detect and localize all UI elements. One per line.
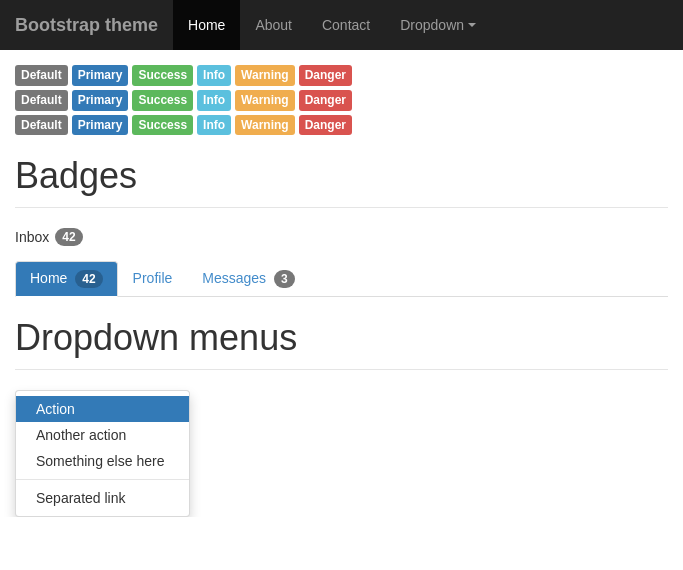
chevron-down-icon (468, 23, 476, 27)
tab-link-messages[interactable]: Messages 3 (187, 261, 309, 297)
menu-item-separated: Separated link (16, 485, 189, 511)
label-success-1: Success (132, 65, 193, 86)
tab-link-profile[interactable]: Profile (118, 261, 188, 295)
labels-row-3: Default Primary Success Info Warning Dan… (15, 115, 668, 136)
nav-link-contact[interactable]: Contact (307, 0, 385, 50)
label-success-2: Success (132, 90, 193, 111)
nav-link-home[interactable]: Home (173, 0, 240, 50)
nav-tabs: Home 42 Profile Messages 3 (15, 261, 668, 297)
menu-link-action[interactable]: Action (16, 396, 189, 422)
menu-item-action: Action (16, 396, 189, 422)
label-default-3: Default (15, 115, 68, 136)
navbar: Bootstrap theme Home About Contact Dropd… (0, 0, 683, 50)
label-primary-3: Primary (72, 115, 129, 136)
label-warning-3: Warning (235, 115, 295, 136)
labels-row-2: Default Primary Success Info Warning Dan… (15, 90, 668, 111)
menu-link-another[interactable]: Another action (16, 422, 189, 448)
nav-link-dropdown[interactable]: Dropdown (385, 0, 491, 50)
tab-home-badge: 42 (75, 270, 102, 288)
tab-profile: Profile (118, 261, 188, 296)
nav-item-home: Home (173, 0, 240, 50)
dropdown-menus-heading: Dropdown menus (15, 317, 668, 359)
label-success-3: Success (132, 115, 193, 136)
label-info-2: Info (197, 90, 231, 111)
dropdown-menus-divider (15, 369, 668, 370)
nav-item-about: About (240, 0, 307, 50)
badges-heading: Badges (15, 155, 668, 197)
menu-item-another: Another action (16, 422, 189, 448)
label-warning-2: Warning (235, 90, 295, 111)
nav-item-dropdown: Dropdown (385, 0, 491, 50)
navbar-nav: Home About Contact Dropdown (173, 0, 491, 50)
label-default-2: Default (15, 90, 68, 111)
menu-link-separated[interactable]: Separated link (16, 485, 189, 511)
tab-messages-label: Messages (202, 270, 266, 286)
tab-messages-badge: 3 (274, 270, 295, 288)
menu-item-something: Something else here (16, 448, 189, 474)
label-danger-1: Danger (299, 65, 352, 86)
label-primary-1: Primary (72, 65, 129, 86)
label-danger-2: Danger (299, 90, 352, 111)
dropdown-menu: Action Another action Something else her… (15, 390, 190, 517)
label-warning-1: Warning (235, 65, 295, 86)
menu-divider (16, 479, 189, 480)
inbox-row: Inbox 42 (15, 228, 668, 246)
dropdown-label: Dropdown (400, 17, 464, 33)
tab-profile-label: Profile (133, 270, 173, 286)
menu-link-something[interactable]: Something else here (16, 448, 189, 474)
label-primary-2: Primary (72, 90, 129, 111)
inbox-label: Inbox (15, 229, 49, 245)
label-info-3: Info (197, 115, 231, 136)
tab-home: Home 42 (15, 261, 118, 296)
label-info-1: Info (197, 65, 231, 86)
nav-link-about[interactable]: About (240, 0, 307, 50)
labels-section: Default Primary Success Info Warning Dan… (15, 65, 668, 135)
label-default-1: Default (15, 65, 68, 86)
nav-item-contact: Contact (307, 0, 385, 50)
tab-link-home[interactable]: Home 42 (15, 261, 118, 297)
labels-row-1: Default Primary Success Info Warning Dan… (15, 65, 668, 86)
tab-home-label: Home (30, 270, 67, 286)
navbar-brand[interactable]: Bootstrap theme (15, 0, 173, 50)
inbox-count-badge: 42 (55, 228, 82, 246)
label-danger-3: Danger (299, 115, 352, 136)
tab-messages: Messages 3 (187, 261, 309, 296)
badges-divider (15, 207, 668, 208)
main-content: Default Primary Success Info Warning Dan… (0, 50, 683, 517)
